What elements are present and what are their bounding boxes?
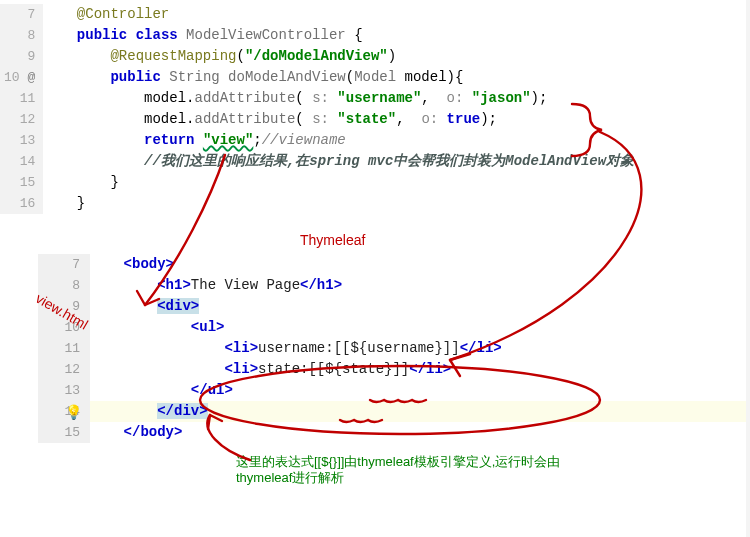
semicolon: ; — [253, 132, 261, 148]
param-hint: s: — [312, 111, 329, 127]
indent — [90, 403, 157, 419]
comment-viewname: //viewname — [262, 132, 346, 148]
java-code-area[interactable]: @Controller public class ModelViewContro… — [43, 4, 750, 214]
indent — [90, 256, 124, 272]
line-number: 12 — [4, 109, 35, 130]
indent — [90, 319, 191, 335]
line-number: 9 — [4, 46, 35, 67]
line-number: 13 — [50, 380, 80, 401]
param-hint: s: — [312, 90, 329, 106]
indent — [90, 361, 224, 377]
kw-public: public — [77, 27, 127, 43]
indent — [90, 277, 157, 293]
mapping-path: "/doModelAndView" — [245, 48, 388, 64]
line-number: 11 — [4, 88, 35, 109]
annotation-thymeleaf-label: Thymeleaf — [300, 232, 365, 248]
h1-text: The View Page — [191, 277, 300, 293]
attr-key: "username" — [337, 90, 421, 106]
line-number: 10 @ — [4, 67, 35, 88]
kw-public: public — [110, 69, 160, 85]
line-number: 8 — [4, 25, 35, 46]
annotation-explain-note: 这里的表达式[[${}]]由thymeleaf模板引擎定义,运行时会由 thym… — [236, 454, 676, 486]
tag-div-close: </div> — [157, 403, 207, 419]
method-name: doModelAndView — [228, 69, 346, 85]
return-value: "view" — [203, 132, 253, 148]
indent — [90, 340, 224, 356]
html-code-area[interactable]: <body> <h1>The View Page</h1> <div> <ul>… — [90, 254, 750, 443]
attr-value: true — [447, 111, 481, 127]
class-name: ModelViewController — [186, 27, 346, 43]
line-number: 7 — [4, 4, 35, 25]
tag-h1-open: <h1> — [157, 277, 191, 293]
line-number: 8 — [50, 275, 80, 296]
tag-li-open: <li> — [224, 361, 258, 377]
note-line1: 这里的表达式[[${}]]由thymeleaf模板引擎定义,运行时会由 — [236, 454, 560, 469]
java-gutter: 7 8 9 10 @ 11 12 13 14 15 16 — [0, 4, 43, 214]
comment-zh: //我们这里的响应结果,在spring mvc中会帮我们封装为ModelAndV… — [144, 153, 634, 169]
ln-text: 10 — [4, 70, 20, 85]
gutter-annotation-icon: @ — [27, 70, 35, 85]
tag-ul-open: <ul> — [191, 319, 225, 335]
line-number: 11 — [50, 338, 80, 359]
annotation-controller: @Controller — [77, 6, 169, 22]
line-number: 15 — [50, 422, 80, 443]
param-hint: o: — [421, 111, 438, 127]
line-number: 7 — [50, 254, 80, 275]
tag-ul-close: </ul> — [191, 382, 233, 398]
kw-class: class — [136, 27, 178, 43]
line-number: 16 — [4, 193, 35, 214]
brace: } — [77, 195, 85, 211]
line-number: 15 — [4, 172, 35, 193]
line-number: 13 — [4, 130, 35, 151]
param-name: model — [405, 69, 447, 85]
attr-value: "jason" — [472, 90, 531, 106]
note-line2: thymeleaf进行解析 — [236, 470, 344, 485]
indent — [90, 298, 157, 314]
kw-return: return — [144, 132, 194, 148]
line-number: 12 — [50, 359, 80, 380]
tag-li-close: </li> — [460, 340, 502, 356]
brace: { — [346, 27, 363, 43]
tag-li-close: </li> — [409, 361, 451, 377]
receiver: model — [144, 90, 186, 106]
html-gutter: 7 8 9 10 11 12 13 14💡 15 — [38, 254, 90, 443]
receiver: model — [144, 111, 186, 127]
li-username-text: username:[[${username}]] — [258, 340, 460, 356]
ide-screenshot: 7 8 9 10 @ 11 12 13 14 15 16 @Controller… — [0, 0, 750, 537]
java-editor: 7 8 9 10 @ 11 12 13 14 15 16 @Controller… — [0, 0, 750, 214]
method-call: addAttribute — [194, 90, 295, 106]
bulb-icon[interactable]: 💡 — [65, 403, 82, 424]
brace: } — [110, 174, 118, 190]
tag-div-open: <div> — [157, 298, 199, 314]
indent — [90, 382, 191, 398]
param-hint: o: — [447, 90, 464, 106]
html-editor: 7 8 9 10 11 12 13 14💡 15 <body> <h1>The … — [38, 254, 750, 443]
tag-h1-close: </h1> — [300, 277, 342, 293]
li-state-text: state:[[${state}]] — [258, 361, 409, 377]
tag-body-open: <body> — [124, 256, 174, 272]
annotation-requestmapping: @RequestMapping — [110, 48, 236, 64]
param-type: Model — [354, 69, 396, 85]
attr-key: "state" — [337, 111, 396, 127]
indent — [90, 424, 124, 440]
tag-li-open: <li> — [224, 340, 258, 356]
method-call: addAttribute — [194, 111, 295, 127]
line-number: 14 — [4, 151, 35, 172]
return-type: String — [169, 69, 219, 85]
tag-body-close: </body> — [124, 424, 183, 440]
line-number: 14💡 — [50, 401, 80, 422]
